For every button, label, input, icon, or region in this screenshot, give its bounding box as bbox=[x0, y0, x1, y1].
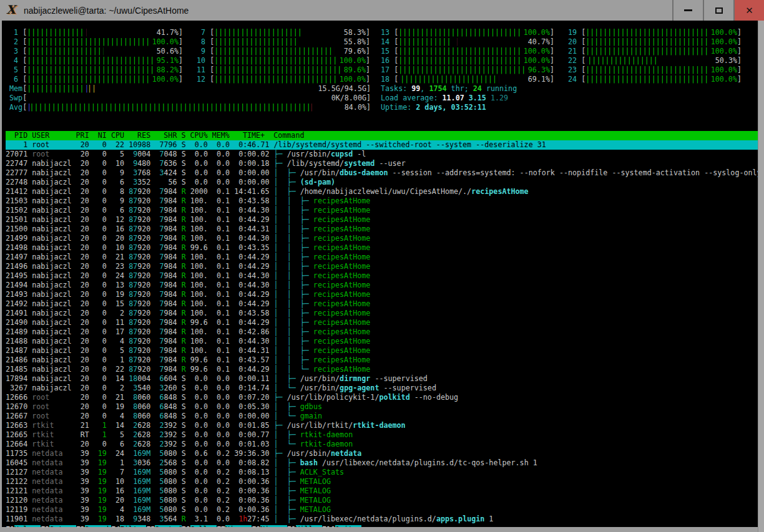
process-row-21491[interactable]: 21491 nabijaczl 20 0 2 87920 7984 R 100.… bbox=[6, 309, 758, 318]
meter-label: 22 bbox=[568, 56, 581, 65]
process-row-12670[interactable]: 12670 root 20 0 19 8060 6848 S 0.0 0.0 0… bbox=[6, 402, 758, 412]
cpu-meter-1: 1 [|||||||||||||||||||||||||||||||||||||… bbox=[9, 28, 183, 37]
fkey-F3[interactable]: F3Search bbox=[76, 525, 111, 527]
function-key-bar: F1Help F2Setup F3SearchF4FilterF5SortedF… bbox=[6, 525, 758, 527]
process-row-21490[interactable]: 21490 nabijaczl 20 0 11 87920 7984 R 99.… bbox=[6, 318, 758, 327]
scrollbar[interactable] bbox=[758, 21, 764, 532]
meter-bar: ||||||||||||||||||||||||||||||||||||||||… bbox=[214, 56, 366, 65]
meter-value: 100.0% bbox=[522, 56, 550, 65]
process-row-22748[interactable]: 22748 nabijaczl 20 0 6 3352 56 S 0.0 0.0… bbox=[6, 178, 758, 187]
process-row-21497[interactable]: 21497 nabijaczl 20 0 21 87920 7984 R 100… bbox=[6, 253, 758, 262]
process-row-12121[interactable]: 12121 netdata 39 19 16 169M 5080 S 0.0 0… bbox=[6, 486, 758, 496]
fkey-F10[interactable]: F10Quit bbox=[322, 525, 361, 527]
process-row-12665[interactable]: 12665 rtkit RT 1 5 2628 2392 S 0.0 0.0 0… bbox=[6, 430, 758, 440]
fkey-F7[interactable]: F7Nice - bbox=[217, 525, 252, 527]
process-row-21488[interactable]: 21488 nabijaczl 20 0 4 87920 7984 R 100.… bbox=[6, 337, 758, 346]
cpu-meter-9: 9 [|||||||||||||||||||||||||||||||||||||… bbox=[197, 47, 370, 56]
process-row-22747[interactable]: 22747 nabijaczl 20 0 10 9480 7636 S 0.0 … bbox=[6, 159, 758, 168]
table-header[interactable]: PID USER PRI NI CPU RES SHR S CPU% MEM% … bbox=[6, 131, 758, 140]
meter-label: 14 bbox=[381, 37, 394, 47]
meter-value: 69.1% bbox=[527, 75, 550, 84]
meter-value: 100.0% bbox=[151, 37, 179, 47]
meter-label: 7 bbox=[197, 28, 210, 37]
process-row-21487[interactable]: 21487 nabijaczl 20 0 5 87920 7984 R 100.… bbox=[6, 346, 758, 355]
meter-label: 6 bbox=[9, 75, 22, 84]
minimize-button[interactable] bbox=[672, 0, 703, 21]
process-row-21412[interactable]: 21412 nabijaczl 20 0 8 87920 7984 R 2000… bbox=[6, 187, 758, 196]
meter-value: 100.0% bbox=[522, 47, 550, 56]
process-row-22777[interactable]: 22777 nabijaczl 20 0 9 3768 3424 S 0.0 0… bbox=[6, 168, 758, 178]
process-row-12127[interactable]: 12127 netdata 39 19 7 169M 5080 S 0.0 0.… bbox=[6, 468, 758, 477]
meter-label: 19 bbox=[568, 28, 581, 37]
cpu-meter-13: 13 [||||||||||||||||||||||||||||||||||||… bbox=[381, 28, 554, 37]
process-row-3267[interactable]: 3267 nabijaczl 20 0 2 3540 3260 S 0.0 0.… bbox=[6, 384, 758, 393]
cpu-meter-24: 24 [||||||||||||||||||||||||||||||||||||… bbox=[568, 75, 742, 84]
meter-label: Mem bbox=[9, 84, 22, 94]
process-row-17894[interactable]: 17894 nabijaczl 20 0 14 18004 6604 S 0.0… bbox=[6, 374, 758, 384]
meter-value: 88.2% bbox=[155, 65, 179, 75]
cpu-meter-6: 6 [|||||||||||||||||||||||||||||||||||||… bbox=[9, 75, 183, 84]
meter-bar: ||||||||||||||||||||||||||||||||||||||||… bbox=[27, 37, 179, 47]
fkey-F4[interactable]: F4Filter bbox=[111, 525, 146, 527]
process-row-21496[interactable]: 21496 nabijaczl 20 0 23 87920 7984 R 100… bbox=[6, 262, 758, 271]
meter-label: 4 bbox=[9, 56, 22, 65]
process-row-11901[interactable]: 11901 netdata 39 19 18 9348 3564 R 3.1 0… bbox=[6, 515, 758, 524]
process-row-12120[interactable]: 12120 netdata 39 19 20 169M 5080 S 0.0 0… bbox=[6, 496, 758, 505]
process-row-21495[interactable]: 21495 nabijaczl 20 0 24 87920 7984 R 100… bbox=[6, 271, 758, 281]
process-row-21494[interactable]: 21494 nabijaczl 20 0 13 87920 7984 R 100… bbox=[6, 281, 758, 290]
fkey-F1[interactable]: F1Help bbox=[6, 525, 41, 527]
fkey-label: Kill bbox=[296, 525, 322, 527]
close-icon: ✕ bbox=[745, 5, 753, 16]
process-row-1[interactable]: 1 root 20 0 22 10988 7796 S 0.0 0.0 0:46… bbox=[6, 140, 758, 150]
meter-value: 100.0% bbox=[338, 56, 366, 65]
process-row-27071[interactable]: 27071 root 20 0 5 9004 7048 S 0.0 0.0 0:… bbox=[6, 150, 758, 159]
cpu-meter-20: 20 [||||||||||||||||||||||||||||||||||||… bbox=[568, 37, 742, 47]
meter-bar: ||||||||||||||||||||||||||||||||||||||||… bbox=[398, 47, 550, 56]
title-bar[interactable]: X X nabijaczleweli@tarta: ~/uwu/CipesAtH… bbox=[0, 0, 764, 21]
fkey-F6[interactable]: F6Collap bbox=[182, 525, 217, 527]
cpu-meter-7: 7 [|||||||||||||||||||||||||||||||||||||… bbox=[197, 28, 370, 37]
meter-bar: ||||||||||||||||||||||||||||||||||||||||… bbox=[27, 47, 179, 56]
meter-bar: ||||||||||||||||||||||||||||||||||||||||… bbox=[585, 47, 737, 56]
cpu-meter-12: 12 [||||||||||||||||||||||||||||||||||||… bbox=[197, 75, 370, 84]
process-table: 1 root 20 0 22 10988 7796 S 0.0 0.0 0:46… bbox=[6, 140, 758, 524]
process-row-12664[interactable]: 12664 rtkit 20 0 6 2628 2392 S 0.0 0.0 0… bbox=[6, 440, 758, 449]
process-row-16045[interactable]: 16045 netdata 39 19 1 3036 2568 S 0.0 0.… bbox=[6, 458, 758, 468]
process-row-21499[interactable]: 21499 nabijaczl 20 0 20 87920 7984 R 100… bbox=[6, 234, 758, 243]
process-row-12122[interactable]: 12122 netdata 39 19 10 169M 5080 S 0.0 0… bbox=[6, 477, 758, 486]
process-row-12666[interactable]: 12666 root 20 0 21 8060 6848 S 0.0 0.0 0… bbox=[6, 393, 758, 402]
cpu-meter-18: 18 [||||||||||||||||||||||||||||||||||||… bbox=[381, 75, 554, 84]
process-row-21485[interactable]: 21485 nabijaczl 20 0 22 87920 7984 R 99.… bbox=[6, 365, 758, 374]
cpu-meter-16: 16 [||||||||||||||||||||||||||||||||||||… bbox=[381, 56, 554, 65]
xterm-icon: X X bbox=[5, 3, 20, 18]
process-row-21501[interactable]: 21501 nabijaczl 20 0 12 87920 7984 R 100… bbox=[6, 215, 758, 225]
process-row-21502[interactable]: 21502 nabijaczl 20 0 6 87920 7984 R 100.… bbox=[6, 206, 758, 215]
window-title: nabijaczleweli@tarta: ~/uwu/CipesAtHome bbox=[24, 6, 189, 16]
cpu-meter-11: 11 [||||||||||||||||||||||||||||||||||||… bbox=[197, 65, 370, 75]
process-row-11735[interactable]: 11735 netdata 39 19 24 169M 5080 S 0.6 0… bbox=[6, 449, 758, 458]
process-row-21503[interactable]: 21503 nabijaczl 20 0 9 87920 7984 R 100.… bbox=[6, 196, 758, 206]
fkey-label: Sorted bbox=[155, 525, 181, 527]
meter-value: 0K/8.00G bbox=[330, 94, 366, 103]
process-row-12667[interactable]: 12667 root 20 0 4 8060 6848 S 0.0 0.0 0:… bbox=[6, 412, 758, 421]
meter-label: 17 bbox=[381, 65, 394, 75]
process-row-21493[interactable]: 21493 nabijaczl 20 0 19 87920 7984 R 100… bbox=[6, 290, 758, 299]
fkey-F8[interactable]: F8Nice + bbox=[252, 525, 286, 527]
process-row-12119[interactable]: 12119 netdata 39 19 4 169M 5080 S 0.0 0.… bbox=[6, 505, 758, 515]
maximize-button[interactable] bbox=[703, 0, 733, 21]
close-button[interactable]: ✕ bbox=[733, 0, 764, 21]
process-row-21486[interactable]: 21486 nabijaczl 20 0 1 87920 7984 R 99.6… bbox=[6, 355, 758, 365]
process-row-21492[interactable]: 21492 nabijaczl 20 0 15 87920 7984 R 100… bbox=[6, 299, 758, 309]
process-row-21498[interactable]: 21498 nabijaczl 20 0 10 87920 7984 R 99.… bbox=[6, 243, 758, 253]
fkey-number: F10 bbox=[322, 525, 335, 527]
fkey-F9[interactable]: F9Kill bbox=[287, 525, 322, 527]
process-row-21489[interactable]: 21489 nabijaczl 20 0 17 87920 7984 R 100… bbox=[6, 327, 758, 337]
meter-label: 11 bbox=[197, 65, 210, 75]
process-row-12663[interactable]: 12663 rtkit 21 1 14 2628 2392 S 0.0 0.0 … bbox=[6, 421, 758, 430]
maximize-icon bbox=[715, 7, 723, 14]
meter-label: 8 bbox=[197, 37, 210, 47]
fkey-F5[interactable]: F5Sorted bbox=[146, 525, 181, 527]
fkey-F2[interactable]: F2Setup bbox=[41, 525, 76, 527]
process-row-21500[interactable]: 21500 nabijaczl 20 0 16 87920 7984 R 100… bbox=[6, 225, 758, 234]
cpu-meter-19: 19 [||||||||||||||||||||||||||||||||||||… bbox=[568, 28, 742, 37]
